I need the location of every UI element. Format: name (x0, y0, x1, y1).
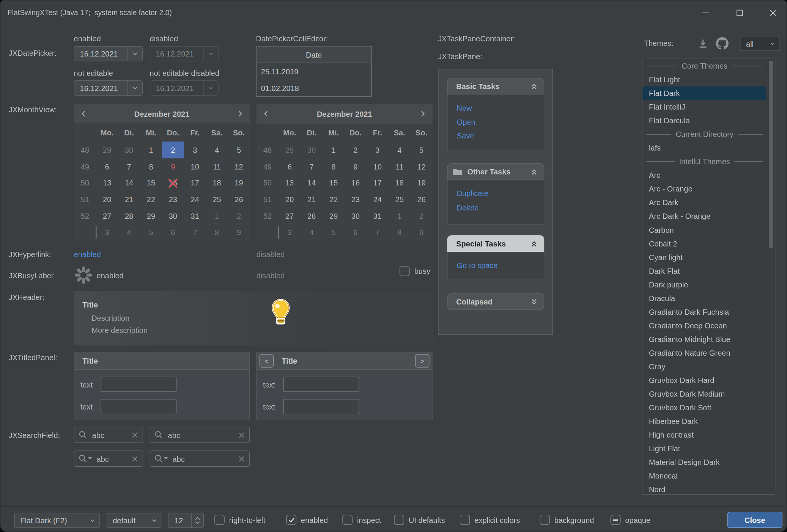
theme-list-item[interactable]: High contrast (642, 428, 767, 441)
calendar-day[interactable]: 2 (411, 208, 433, 224)
calendar-day[interactable]: 7 (118, 158, 140, 175)
calendar-day[interactable]: 2 (228, 208, 250, 224)
theme-list-item[interactable]: Carbon (642, 223, 767, 237)
datepicker-dropdown-button[interactable] (127, 47, 142, 61)
calendar-day[interactable]: 9 (162, 158, 184, 175)
theme-list-item[interactable]: Arc Dark - Orange (642, 209, 767, 223)
text-input[interactable] (283, 399, 359, 414)
taskpane-header[interactable]: Other Tasks (447, 163, 544, 180)
calendar-day[interactable]: 8 (140, 158, 162, 175)
search-input[interactable]: abc (92, 454, 132, 463)
checkbox-inspect[interactable]: inspect (342, 507, 381, 532)
checkbox-right-to-left[interactable]: right-to-left (214, 507, 265, 532)
calendar-day[interactable]: 28 (301, 208, 323, 224)
table-row[interactable]: 01.02.2018 (257, 80, 371, 97)
calendar-day[interactable]: 10 (184, 158, 206, 175)
calendar-day[interactable]: 24 (367, 191, 389, 208)
calendar-day[interactable]: 3 (96, 224, 118, 241)
calendar-day[interactable]: 14 (301, 175, 323, 191)
datepicker-not-editable[interactable]: 16.12.2021 (74, 80, 143, 96)
calendar-day[interactable]: 6 (345, 224, 367, 241)
task-link[interactable]: New (457, 101, 544, 115)
calendar-day[interactable]: 7 (301, 158, 323, 175)
theme-list-item[interactable]: Flat Light (642, 73, 767, 86)
search-menu-arrow-icon[interactable] (88, 457, 92, 460)
calendar-day[interactable]: 7 (184, 224, 206, 241)
calendar-day[interactable]: 24 (184, 191, 206, 208)
calendar-day[interactable]: 2 (345, 141, 367, 158)
previous-month-button[interactable] (257, 104, 274, 124)
clear-icon[interactable] (238, 432, 245, 438)
calendar-day[interactable]: 21 (301, 191, 323, 208)
task-link[interactable]: Go to space (457, 259, 544, 273)
clear-icon[interactable] (132, 455, 138, 462)
theme-list-item[interactable]: Gruvbox Dark Medium (642, 387, 767, 400)
spinner-value[interactable]: 12 (168, 516, 191, 525)
minimize-button[interactable] (694, 0, 717, 25)
calendar-day[interactable]: 18 (389, 175, 411, 191)
calendar-day[interactable]: 30 (301, 141, 323, 158)
calendar-day[interactable]: 11 (206, 158, 228, 175)
laf-combobox[interactable]: Flat Dark (F2) (14, 513, 99, 528)
theme-list-item[interactable]: lafs (642, 141, 767, 155)
theme-list-item[interactable]: Material Design Dark (642, 455, 767, 469)
calendar-day[interactable]: 29 (96, 141, 118, 158)
month-view-plain[interactable]: Dezember 2021 Mo.Di.Mi.Do.Fr.Sa.So.48293… (257, 104, 433, 241)
github-button[interactable] (716, 37, 729, 50)
calendar-day[interactable]: 29 (323, 208, 345, 224)
theme-list-item[interactable]: Nord (642, 482, 767, 494)
calendar-day[interactable]: 25 (389, 191, 411, 208)
next-month-button[interactable] (231, 104, 249, 124)
calendar-day[interactable]: 4 (206, 141, 228, 158)
next-month-button[interactable] (414, 104, 431, 124)
themes-list[interactable]: Core ThemesFlat LightFlat DarkFlat Intel… (642, 59, 775, 495)
text-input[interactable] (101, 399, 176, 414)
task-link[interactable]: Save (457, 129, 544, 143)
calendar-day[interactable]: 9 (345, 158, 367, 175)
calendar-day[interactable]: 26 (411, 191, 433, 208)
checkbox-busy[interactable]: busy (400, 259, 430, 282)
calendar-day[interactable]: 8 (389, 224, 411, 241)
calendar-day[interactable]: 8 (323, 158, 345, 175)
calendar-day[interactable]: 11 (389, 158, 411, 175)
calendar-day[interactable]: 3 (279, 224, 301, 241)
calendar-day[interactable]: 27 (279, 208, 301, 224)
checkbox-box[interactable] (394, 515, 404, 525)
calendar-day[interactable]: 9 (228, 224, 250, 241)
theme-list-item[interactable]: Flat IntelliJ (642, 100, 767, 114)
theme-list-item[interactable]: Flat Darcula (642, 114, 767, 127)
datepicker-enabled[interactable]: 16.12.2021 (74, 46, 143, 61)
taskpane-header[interactable]: Special Tasks (447, 235, 544, 252)
calendar-day[interactable]: 28 (118, 208, 140, 224)
download-themes-button[interactable] (697, 38, 708, 49)
calendar-day[interactable]: 4 (389, 141, 411, 158)
checkbox-box[interactable] (540, 515, 550, 525)
calendar-day[interactable]: 14 (118, 175, 140, 191)
datepicker-dropdown-button[interactable] (127, 81, 142, 95)
spinner-buttons[interactable] (191, 513, 203, 527)
calendar-day[interactable]: 6 (279, 158, 301, 175)
search-field-with-menu[interactable]: abc (150, 450, 250, 467)
calendar-day[interactable]: 3 (184, 141, 206, 158)
checkbox-box[interactable] (286, 515, 296, 525)
calendar-day[interactable]: 15 (323, 175, 345, 191)
calendar-day[interactable]: 19 (411, 175, 433, 191)
calendar-day[interactable]: 30 (118, 141, 140, 158)
theme-list-item[interactable]: Arc (642, 168, 767, 182)
search-input[interactable]: abc (88, 431, 132, 439)
calendar-day[interactable]: 8 (206, 224, 228, 241)
calendar-day[interactable]: 5 (323, 224, 345, 241)
calendar-day[interactable]: 31 (184, 208, 206, 224)
search-input[interactable]: abc (164, 431, 238, 439)
theme-list-item[interactable]: Dark Flat (642, 264, 767, 278)
calendar-day[interactable]: 26 (228, 191, 250, 208)
close-button[interactable]: Close (727, 512, 782, 528)
calendar-day[interactable]: 1 (389, 208, 411, 224)
calendar-day[interactable]: 15 (140, 175, 162, 191)
calendar-day[interactable]: 9 (411, 224, 433, 241)
themes-filter-combobox[interactable]: all (740, 36, 779, 51)
calendar-day[interactable]: 18 (206, 175, 228, 191)
calendar-day[interactable]: 3 (367, 141, 389, 158)
calendar-day[interactable]: 1 (323, 141, 345, 158)
calendar-day[interactable]: 30 (162, 208, 184, 224)
